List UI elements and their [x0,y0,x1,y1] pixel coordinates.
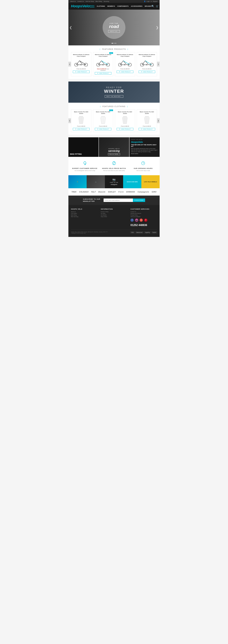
product-image-3 [117,58,133,67]
footer-link-contact[interactable]: Contact Us [130,211,157,212]
eye-icon-3: 👁 [119,71,120,72]
instagram-find-text: FIND US ON [110,182,118,183]
servicing-cta-button[interactable]: FIND OUT MORE › [108,153,120,155]
footer-link-privacy[interactable]: Privacy Policy [130,214,157,216]
cart-icon[interactable]: 🛒 [156,5,159,8]
clothing-view-button-2[interactable]: 👁 VIEW PRODUCT [95,128,112,130]
products-prev-button[interactable]: ❮ [68,62,71,66]
blog-block: FROM THE BLOG HoopsVelo THE RETURN OF TH… [129,137,160,157]
clothing-view-button-3[interactable]: 👁 VIEW PRODUCT [117,128,133,130]
nav-clothing[interactable]: Clothing [97,5,105,7]
footer-link-blog[interactable]: Our Blog [101,213,127,214]
payment-sagepay: SagePay [144,232,151,233]
svg-line-13 [101,61,108,65]
clothing-badge-2: SALE [109,110,113,111]
product-name-4: Bianchi Infinito CV Athena 11sp Compact [139,54,155,57]
blog-post-desc: Back by popular demand the return of the… [131,148,158,152]
footer-pinterest-link[interactable]: P [144,218,147,222]
service-title-3: OUR OPENING HOURS [129,168,157,169]
product-view-button-4[interactable]: 👁 VIEW PRODUCT [139,70,155,73]
clothing-prev-button[interactable]: ❮ [68,118,71,123]
payment-visa: VISA [130,232,134,233]
footer-col2-title: INFORMATION [101,208,127,210]
products-next-button[interactable]: ❯ [157,62,160,66]
register-link[interactable]: Register [153,1,158,2]
footer-link-terms[interactable]: Terms & Conditions [130,216,157,217]
clothing-view-button-4[interactable]: 👁 VIEW PRODUCT [139,128,155,130]
topbar-link-servicing[interactable]: Servicing [104,1,109,2]
social-cell-instagram[interactable]: 📷 FIND US ON Instagram [105,175,123,188]
topbar-link-about[interactable]: About Us [70,1,76,2]
blog-read-more-link[interactable]: READ MORE › [131,153,139,154]
clothing-image-2 [95,116,112,124]
product-badge-2: SALE [109,52,113,54]
hero-banner: ❮ FOR THE road ABOUT US › ❯ [68,10,160,46]
blog-post-title: THE RETURN OF THE HOOPS AWAY KIT [131,144,158,147]
topbar-link-shop[interactable]: Visit Our Shop [86,1,94,2]
footer-link-bike-fitting[interactable]: Bike Fitting [71,214,98,216]
footer-facebook-link[interactable]: f [130,218,134,222]
hero-dot-2[interactable] [114,43,114,44]
price-match-icon [100,161,128,166]
login-link[interactable]: Login [147,1,150,2]
opening-hours-icon [129,161,157,166]
footer-link-delivery[interactable]: Delivery and Returns [130,213,157,214]
hero-dot-1[interactable] [112,43,113,44]
clothing-price-2: From £138.00 [95,126,112,127]
footer-col3: CUSTOMER SERVICES Contact Us Delivery an… [130,208,157,227]
footer-address: Hoops Velo, Seven Stars House, 98 East S… [71,231,108,232]
product-image-4 [139,58,155,67]
footer-instagram-link[interactable]: 📷 [135,218,138,222]
logo[interactable]: HoopsVelo [71,4,90,8]
nav-brands[interactable]: Brands [145,5,152,7]
search-icon[interactable]: 🔍 [151,5,154,8]
servicing-title: servicing [108,150,120,152]
product-view-button-1[interactable]: 👁 VIEW PRODUCT [73,70,90,73]
product-view-button-3[interactable]: 👁 VIEW PRODUCT [117,70,133,73]
nav-accessories[interactable]: Accessories [131,5,142,7]
hero-prev-arrow[interactable]: ❮ [69,26,72,30]
newsletter-email-input[interactable] [104,198,133,202]
eye-icon-c1: 👁 [75,128,77,130]
nav-bikes[interactable]: Bikes [90,5,94,7]
footer-link-price-match[interactable]: Price Match [71,213,98,214]
product-image-1 [73,58,90,67]
brand-shimano: SHIMANO [126,191,135,193]
topbar-link-bike-fitting[interactable]: Bike Fitting [96,1,102,2]
nav-womens[interactable]: Women's [107,5,115,7]
brand-felt: FELT [91,191,96,193]
clothing-view-button-1[interactable]: 👁 VIEW PRODUCT [73,128,90,130]
product-name-1: Bianchi Infinito CV Athena 11sp Compact [73,54,90,57]
footer-payment-methods: VISA Mastercard SagePay PayPal [130,232,157,233]
clothing-card-3: Mavic Cosmic Pro H2O Jacket From £138.00… [115,109,135,132]
services-section: EXPERT CUSTOMER SERVICE Our knowledgeabl… [68,157,160,176]
eye-icon-c2: 👁 [97,128,99,130]
topbar-link-contact[interactable]: Contact Us [77,1,84,2]
nav-components[interactable]: Components [117,5,129,7]
header-icons: 🔍 🛒 [151,5,159,8]
hero-dot-3[interactable] [115,43,116,44]
winter-banner: READY FOR WINTER BEAT THE WEATHER › [68,82,160,103]
hero-next-arrow[interactable]: ❯ [156,26,159,30]
footer-link-about[interactable]: About Us [71,211,98,212]
footer-col3-title: CUSTOMER SERVICES [130,208,157,210]
brand-oakley: OAKLEY [108,191,116,193]
footer-link-brands[interactable]: Our Brands [101,214,127,216]
newsletter-subscribe-button[interactable]: SUBSCRIBE [133,198,145,202]
hero-cta-button[interactable]: ABOUT US › [108,30,120,32]
footer-gplus-link[interactable]: G [140,218,143,222]
clothing-next-button[interactable]: ❯ [157,118,160,123]
clothing-image-4 [139,116,155,124]
clothing-price-1: From £138.00 [73,126,90,127]
clothing-price-3: From £138.00 [117,126,133,127]
product-view-button-2[interactable]: 👁 VIEW PRODUCT [95,72,112,74]
svg-line-27 [145,61,148,65]
footer-link-servicing[interactable]: Bike Servicing [71,216,98,217]
social-cell-bike: 🚴 [68,175,87,188]
bike-fitting-title: BIKE FITTING [70,153,82,155]
footer-link-shop[interactable]: Shop Online [101,216,127,217]
winter-cta-button[interactable]: BEAT THE WEATHER › [105,95,123,98]
service-desc-1: Our knowledgeable staff are here to help [71,170,99,172]
clothing-price-4: From £138.00 [139,126,155,127]
footer-link-events[interactable]: Events & Rides [101,211,127,212]
